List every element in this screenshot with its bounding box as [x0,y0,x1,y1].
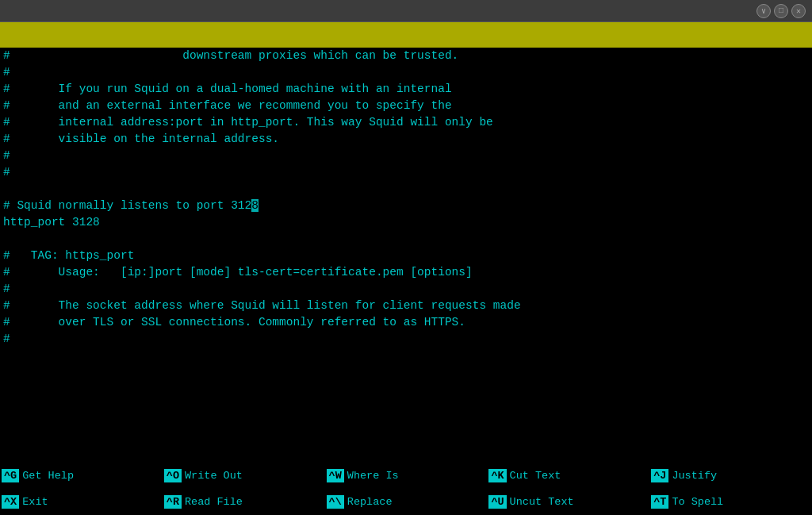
shortcut-key: ^R [164,495,182,509]
shortcut-item[interactable]: ^UUncut Text [487,489,649,515]
terminal-content[interactable]: # downstream proxies which can be truste… [0,48,812,463]
shortcut-key: ^T [651,495,668,509]
terminal-line [3,181,809,198]
shortcut-label: To Spell [672,496,723,508]
shortcut-key: ^J [651,469,668,482]
shortcut-item[interactable]: ^\Replace [325,489,488,515]
shortcut-label: Justify [672,470,717,482]
shortcut-key: ^\ [327,495,344,509]
shortcut-label: Get Help [22,470,74,482]
terminal-line: http_port 3128 [3,214,809,231]
terminal-line: # [3,281,809,298]
shortcut-item[interactable]: ^JJustify [649,463,812,489]
terminal-line: # [3,64,809,81]
shortcut-label: Write Out [185,470,243,482]
terminal-line: # visible on the internal address. [3,131,809,148]
terminal-line: # Squid normally listens to port 3128 [3,198,809,214]
shortcut-item[interactable]: ^GGet Help [0,463,163,489]
terminal-line: # downstream proxies which can be truste… [3,48,809,64]
terminal-line: # [3,164,809,181]
terminal-line: # The socket address where Squid will li… [3,298,809,314]
shortcut-item[interactable]: ^RRead File [163,489,325,515]
shortcut-item[interactable]: ^TTo Spell [649,489,812,515]
shortcut-label: Replace [347,496,393,508]
nano-shortcuts: ^GGet Help^OWrite Out^WWhere Is^KCut Tex… [0,463,812,515]
shortcut-row-2: ^XExit^RRead File^\Replace^UUncut Text^T… [0,489,812,515]
shortcut-item[interactable]: ^OWrite Out [163,463,325,489]
terminal-line: # TAG: https_port [3,248,809,264]
shortcut-item[interactable]: ^XExit [0,489,163,515]
terminal-line: # Usage: [ip:]port [mode] tls-cert=certi… [3,264,809,281]
terminal-line [3,231,809,248]
shortcut-label: Read File [185,496,243,508]
shortcut-label: Exit [22,496,48,508]
shortcut-key: ^O [164,469,182,482]
minimize-button[interactable]: ∨ [756,4,771,18]
cursor: 8 [251,199,259,212]
terminal-line: # [3,331,809,348]
shortcut-item[interactable]: ^WWhere Is [325,463,488,489]
terminal-line: # If you run Squid on a dual-homed machi… [3,81,809,98]
nano-header [0,22,812,48]
shortcut-key: ^W [327,469,344,482]
close-button[interactable]: ✕ [791,4,806,18]
shortcut-key: ^U [488,495,506,509]
terminal-line: # over TLS or SSL connections. Commonly … [3,314,809,331]
shortcut-label: Uncut Text [510,496,574,508]
window-controls[interactable]: ∨ □ ✕ [756,4,806,18]
shortcut-row-1: ^GGet Help^OWrite Out^WWhere Is^KCut Tex… [0,463,812,489]
shortcut-item[interactable]: ^KCut Text [487,463,649,489]
window-chrome: ∨ □ ✕ [0,0,812,22]
terminal-line: # [3,148,809,164]
terminal-line: # and an external interface we recommend… [3,98,809,114]
shortcut-key: ^X [2,495,19,509]
shortcut-label: Where Is [347,470,399,482]
shortcut-key: ^K [488,469,506,482]
shortcut-label: Cut Text [510,470,561,482]
maximize-button[interactable]: □ [774,4,788,18]
shortcut-key: ^G [2,469,19,482]
terminal-line: # internal address:port in http_port. Th… [3,114,809,131]
